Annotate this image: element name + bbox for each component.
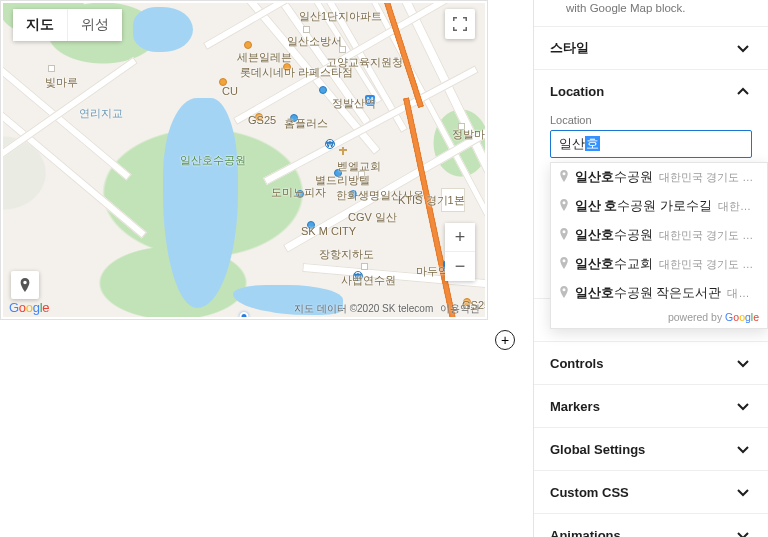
- autocomplete-item[interactable]: 일산호수공원 대한민국 경기도 고양시 일산…: [551, 163, 767, 192]
- map-poi-label: 일산소방서: [287, 34, 342, 49]
- zoom-out-button[interactable]: −: [445, 252, 475, 281]
- map-poi-label: CU: [222, 85, 238, 97]
- autocomplete-item[interactable]: 일산 호수공원 가로수길 대한민국 경기도…: [551, 192, 767, 221]
- chevron-up-icon[interactable]: [734, 82, 752, 100]
- map-poi-label: 홈플러스: [284, 116, 328, 131]
- marker-icon: [559, 199, 569, 214]
- location-input[interactable]: 일산호: [550, 130, 752, 158]
- chevron-down-icon: [734, 397, 752, 415]
- marker-icon: [559, 257, 569, 272]
- autocomplete-item[interactable]: 일산호수공원 대한민국 경기도 고양시 일산…: [551, 221, 767, 250]
- location-field-label: Location: [550, 114, 752, 126]
- autocomplete-item[interactable]: 일산호수공원 작은도서관 대한민국 경기…: [551, 279, 767, 308]
- map-poi-label: 장항지하도: [319, 247, 374, 262]
- pin-icon: [19, 278, 31, 292]
- map-container: ₩ ₩ M M 일산호수공원 빛마루 연리지교 세븐일레븐 일산1단지아파트 일…: [0, 0, 488, 320]
- map-poi-label: KTIS 경기1본: [398, 193, 465, 208]
- map-poi-label: 연리지교: [79, 106, 123, 121]
- add-block-button[interactable]: +: [495, 330, 515, 350]
- map-attribution: 지도 데이터 ©2020 SK telecom 이용약관: [294, 302, 480, 316]
- map-poi-label: GS25: [248, 114, 276, 126]
- panel-animations[interactable]: Animations: [534, 513, 768, 537]
- map-poi-label: 빛마루: [45, 75, 78, 90]
- panel-custom-css[interactable]: Custom CSS: [534, 470, 768, 513]
- settings-sidebar: with Google Map block. 스타일 Location Loca…: [533, 0, 768, 537]
- map-poi-label: 정발마을 빌라8단지: [452, 128, 485, 140]
- map-poi-label: 세븐일레븐: [237, 50, 292, 65]
- map[interactable]: ₩ ₩ M M 일산호수공원 빛마루 연리지교 세븐일레븐 일산1단지아파트 일…: [3, 3, 485, 317]
- chevron-down-icon: [734, 354, 752, 372]
- map-poi-label: 롯데시네마 라페스타점: [240, 65, 353, 80]
- chevron-down-icon: [734, 39, 752, 57]
- panel-global-settings[interactable]: Global Settings: [534, 427, 768, 470]
- panel-markers[interactable]: Markers: [534, 384, 768, 427]
- helper-text: with Google Map block.: [534, 0, 768, 26]
- map-type-satellite-button[interactable]: 위성: [68, 9, 122, 41]
- marker-icon: [559, 170, 569, 185]
- fullscreen-button[interactable]: [445, 9, 475, 39]
- chevron-down-icon: [734, 440, 752, 458]
- google-logo: Google: [9, 300, 49, 315]
- autocomplete-item[interactable]: 일산호수교회 대한민국 경기도 고양시 일산…: [551, 250, 767, 279]
- center-indicator: [240, 312, 249, 317]
- map-poi-label: 정발산역: [332, 96, 376, 111]
- zoom-in-button[interactable]: +: [445, 223, 475, 252]
- panel-location: Location Location 일산호 일산호수공원 대한민국 경기도 고양…: [534, 69, 768, 164]
- zoom-control: + −: [445, 223, 475, 281]
- map-type-control: 지도 위성: [13, 9, 122, 41]
- panel-style[interactable]: 스타일: [534, 26, 768, 69]
- terms-link[interactable]: 이용약관: [440, 303, 480, 314]
- map-poi-label: 사법연수원: [341, 273, 396, 288]
- map-poi-label: CGV 일산: [348, 210, 397, 225]
- map-poi-label: SK M CITY: [301, 225, 356, 237]
- autocomplete-attribution: powered by Google: [551, 308, 767, 328]
- pegman-button[interactable]: [11, 271, 39, 299]
- marker-icon: [559, 228, 569, 243]
- map-poi-label: 벧엘교회: [337, 159, 381, 174]
- map-poi-label: 일산호수공원: [180, 153, 246, 168]
- map-type-map-button[interactable]: 지도: [13, 9, 68, 41]
- map-poi-label: 일산1단지아파트: [299, 9, 382, 24]
- marker-icon: [559, 286, 569, 301]
- panel-location-title: Location: [550, 84, 604, 99]
- fullscreen-icon: [453, 17, 467, 31]
- map-poi-label: 도미노피자: [271, 185, 326, 200]
- chevron-down-icon: [734, 526, 752, 537]
- location-autocomplete: 일산호수공원 대한민국 경기도 고양시 일산… 일산 호수공원 가로수길 대한민…: [550, 162, 768, 329]
- chevron-down-icon: [734, 483, 752, 501]
- panel-controls[interactable]: Controls: [534, 341, 768, 384]
